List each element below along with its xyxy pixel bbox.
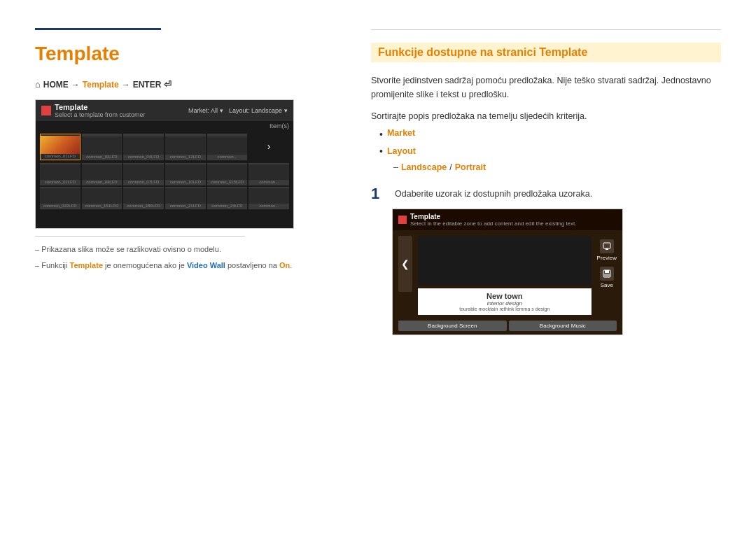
detail-text-title: New town — [424, 292, 586, 300]
bullet-dot-2: • — [379, 145, 383, 159]
item-thumb-0 — [41, 136, 80, 154]
grid-item-2[interactable]: common_04LFD — [123, 134, 164, 160]
item-thumb-2 — [123, 136, 164, 155]
svg-rect-0 — [603, 243, 610, 248]
grid-item-10[interactable]: common... — [248, 163, 289, 185]
right-column: Funkcije dostupne na stranici Template S… — [371, 28, 721, 513]
grid-item-13[interactable]: common_180LFD — [123, 187, 164, 209]
mockup-header-right: Market: All ▾ Layout: Landscape ▾ — [188, 107, 288, 114]
step-number-1: 1 — [371, 186, 385, 202]
detail-title-area: Template Select in the editable zone to … — [410, 213, 577, 227]
grid-item-16[interactable]: common... — [248, 187, 289, 209]
grid-item-15[interactable]: common_24LFD — [207, 187, 248, 209]
home-icon: ⌂ — [35, 79, 41, 90]
sort-intro: Sortirajte popis predložaka na temelju s… — [371, 111, 721, 121]
svg-rect-4 — [604, 274, 610, 276]
landscape-separator: / — [449, 162, 451, 172]
si-thumb-16 — [248, 188, 289, 204]
si-thumb-15 — [207, 188, 248, 204]
preview-label: Preview — [597, 255, 617, 261]
si-thumb-11 — [40, 188, 80, 204]
item-label-0: common_01LFD — [45, 154, 76, 158]
enter-label: ENTER — [133, 80, 162, 90]
si-thumb-10 — [248, 164, 289, 180]
si-label-12: common_151LFD — [85, 204, 119, 208]
bullet-dot-1: • — [379, 128, 383, 142]
item-label-3: common_12LFD — [170, 155, 201, 159]
grid-item-3[interactable]: common_12LFD — [165, 134, 206, 160]
section-description: Stvorite jedinstven sadržaj pomoću predl… — [371, 73, 721, 101]
breadcrumb: ⌂ HOME → Template → ENTER ⏎ — [35, 79, 343, 90]
portrait-label: Portrait — [455, 162, 486, 172]
step-row-1: 1 Odaberite uzorak iz dostupnih predloža… — [371, 186, 721, 202]
grid-item-9[interactable]: common_015LFD — [207, 163, 248, 185]
arrow1: → — [71, 80, 80, 90]
background-screen-button[interactable]: Background Screen — [398, 321, 507, 331]
landscape-label: Landscape — [401, 162, 447, 172]
market-dropdown[interactable]: Market: All ▾ — [188, 107, 223, 114]
save-button[interactable]: Save — [600, 267, 614, 288]
grid-item-14[interactable]: common_21LFD — [165, 187, 206, 209]
mockup-grid-row1: common_01LFD common_02LFD common_04LFD c… — [36, 131, 293, 163]
note-divider — [35, 236, 245, 237]
detail-bottom-buttons: Background Screen Background Music — [393, 321, 622, 335]
bullet-market: • Market — [379, 128, 721, 142]
market-chevron: ▾ — [220, 107, 223, 114]
si-thumb-13 — [123, 188, 164, 204]
detail-main-screen — [418, 236, 592, 285]
top-line-left — [35, 28, 161, 30]
note-videowall-ref: Video Wall — [187, 261, 225, 269]
si-thumb-7 — [123, 164, 164, 180]
si-label-14: common_21LFD — [170, 204, 201, 208]
item-label-1: common_02LFD — [86, 155, 117, 159]
si-label-11: common_022LFD — [43, 204, 77, 208]
grid-item-6[interactable]: common_04LFD — [82, 163, 122, 185]
grid-item-8[interactable]: common_10LFD — [165, 163, 206, 185]
enter-icon: ⏎ — [164, 79, 172, 90]
grid-item-12[interactable]: common_151LFD — [82, 187, 122, 209]
detail-subtitle: Select in the editable zone to add conte… — [410, 220, 577, 227]
item-thumb-1 — [82, 136, 122, 155]
sub-dash: – — [393, 162, 398, 172]
grid-item-0[interactable]: common_01LFD — [40, 134, 80, 160]
template-mockup: Template Select a template from customer… — [35, 99, 294, 229]
si-label-5: common_01LFD — [45, 180, 76, 184]
grid-item-4[interactable]: common... — [207, 134, 248, 160]
detail-header: Template Select in the editable zone to … — [393, 209, 622, 230]
home-label: HOME — [43, 80, 69, 90]
top-line-right — [371, 29, 721, 30]
note-template-ref: Template — [70, 261, 103, 269]
page-title: Template — [35, 43, 343, 65]
detail-screen-area: New town interior design tourable mockta… — [418, 236, 592, 315]
si-label-13: common_180LFD — [127, 204, 160, 208]
mockup-subtitle: Select a template from customer — [55, 111, 146, 118]
market-label: Market — [387, 128, 415, 138]
detail-nav-left[interactable]: ❮ — [398, 236, 412, 292]
grid-item-11[interactable]: common_022LFD — [40, 187, 80, 209]
mockup-header-left: Template Select a template from customer — [41, 103, 146, 118]
preview-button[interactable]: Preview — [597, 239, 617, 261]
mockup-logo — [41, 106, 51, 115]
layout-chevron: ▾ — [284, 107, 288, 114]
si-thumb-5 — [40, 164, 80, 180]
si-label-6: common_04LFD — [86, 180, 117, 184]
step-text-1: Odaberite uzorak iz dostupnih predložaka… — [395, 186, 592, 199]
left-column: Template ⌂ HOME → Template → ENTER ⏎ Tem… — [35, 28, 343, 513]
grid-item-1[interactable]: common_02LFD — [82, 134, 122, 160]
si-thumb-6 — [82, 164, 122, 180]
background-music-button[interactable]: Background Music — [509, 321, 617, 331]
grid-item-overflow: › — [248, 134, 289, 160]
item-label-2: common_04LFD — [128, 155, 159, 159]
mockup-grid-row2: common_01LFD common_04LFD common_07LFD c… — [36, 163, 293, 187]
market-label: Market: All — [188, 107, 218, 114]
grid-item-5[interactable]: common_01LFD — [40, 163, 80, 185]
note-on-ref: On — [279, 261, 290, 269]
next-arrow-icon[interactable]: › — [267, 141, 271, 152]
bullet-layout: • Layout – Landscape / Portrait — [379, 145, 721, 173]
note-2: – Funkciji Template je onemogućena ako j… — [35, 260, 343, 272]
detail-body: ❮ New town interior design tourable mock… — [393, 230, 622, 321]
grid-item-7[interactable]: common_07LFD — [123, 163, 164, 185]
bullet-list: • Market • Layout – Landscape / Portrait — [371, 128, 721, 175]
layout-dropdown[interactable]: Layout: Landscape ▾ — [229, 107, 288, 114]
si-label-7: common_07LFD — [128, 180, 159, 184]
